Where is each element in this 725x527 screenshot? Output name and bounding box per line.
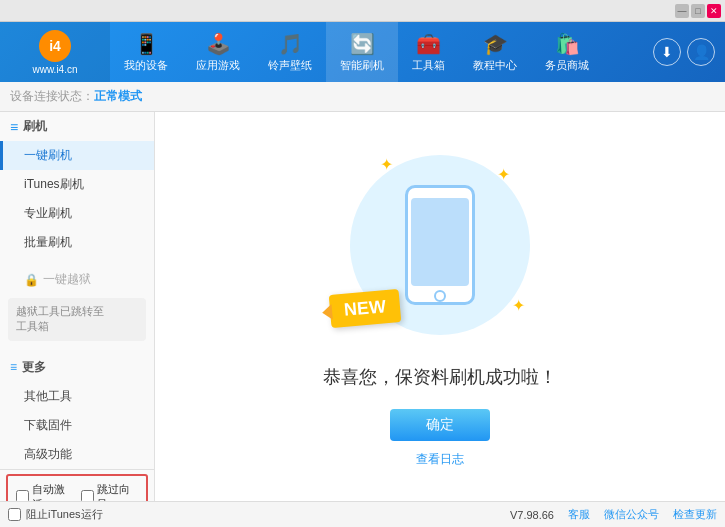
- version-text: V7.98.66: [510, 509, 554, 521]
- smart-flash-icon: 🔄: [350, 32, 375, 56]
- sidebar-jailbreak-note: 越狱工具已跳转至 工具箱: [8, 298, 146, 341]
- nav-merchant-label: 务员商城: [545, 58, 589, 73]
- nav-items: 📱 我的设备 🕹️ 应用游戏 🎵 铃声壁纸 🔄 智能刷机 🧰 工具箱 🎓 教程中…: [110, 22, 653, 82]
- titlebar: — □ ✕: [0, 0, 725, 22]
- sidebar-flash-header: ≡ 刷机: [0, 112, 154, 141]
- main-layout: ≡ 刷机 一键刷机 iTunes刷机 专业刷机 批量刷机 🔒 一键越狱 越狱工具…: [0, 112, 725, 501]
- skip-guide-checkbox-label[interactable]: 跳过向导: [81, 482, 138, 501]
- header: i4 www.i4.cn 📱 我的设备 🕹️ 应用游戏 🎵 铃声壁纸 🔄 智能刷…: [0, 22, 725, 82]
- download-button[interactable]: ⬇: [653, 38, 681, 66]
- sidebar-item-batch-flash[interactable]: 批量刷机: [0, 228, 154, 257]
- sidebar-bottom: 自动激活 跳过向导 📱 iPhone 15 Pro Max 512GB iPho…: [0, 469, 154, 501]
- nav-smart-flash-label: 智能刷机: [340, 58, 384, 73]
- auto-activate-checkbox[interactable]: [16, 490, 29, 501]
- block-itunes-label: 阻止iTunes运行: [26, 507, 103, 522]
- sparkle-3: ✦: [512, 296, 525, 315]
- flash-section-icon: ≡: [10, 119, 18, 135]
- tutorials-icon: 🎓: [483, 32, 508, 56]
- sidebar-flash-label: 刷机: [23, 118, 47, 135]
- view-log-link[interactable]: 查看日志: [416, 451, 464, 468]
- ringtones-icon: 🎵: [278, 32, 303, 56]
- sidebar-checkbox-row: 自动激活 跳过向导: [6, 474, 148, 501]
- nav-toolbox[interactable]: 🧰 工具箱: [398, 22, 459, 82]
- more-section-icon: ≡: [10, 360, 17, 374]
- close-button[interactable]: ✕: [707, 4, 721, 18]
- nav-ringtones[interactable]: 🎵 铃声壁纸: [254, 22, 326, 82]
- phone-illustration: NEW ✦ ✦ ✦: [340, 145, 540, 345]
- nav-tutorials-label: 教程中心: [473, 58, 517, 73]
- logo-subtitle: www.i4.cn: [32, 64, 77, 75]
- nav-tutorials[interactable]: 🎓 教程中心: [459, 22, 531, 82]
- itunes-bar: 阻止iTunes运行 V7.98.66 客服 微信公众号 检查更新: [0, 501, 725, 527]
- sparkle-2: ✦: [380, 155, 393, 174]
- block-itunes-checkbox[interactable]: [8, 508, 21, 521]
- logo-icon: i4: [39, 30, 71, 62]
- auto-activate-checkbox-label[interactable]: 自动激活: [16, 482, 73, 501]
- sidebar-more-header: ≡ 更多: [0, 353, 154, 382]
- maximize-button[interactable]: □: [691, 4, 705, 18]
- nav-smart-flash[interactable]: 🔄 智能刷机: [326, 22, 398, 82]
- nav-apps-games-label: 应用游戏: [196, 58, 240, 73]
- logo: i4 www.i4.cn: [0, 22, 110, 82]
- status-value: 正常模式: [94, 88, 142, 105]
- nav-toolbox-label: 工具箱: [412, 58, 445, 73]
- nav-merchant[interactable]: 🛍️ 务员商城: [531, 22, 603, 82]
- status-bar: 设备连接状态： 正常模式: [0, 82, 725, 112]
- nav-ringtones-label: 铃声壁纸: [268, 58, 312, 73]
- sidebar-more-label: 更多: [22, 359, 46, 376]
- minimize-button[interactable]: —: [675, 4, 689, 18]
- my-device-icon: 📱: [134, 32, 159, 56]
- skip-guide-checkbox[interactable]: [81, 490, 94, 501]
- sidebar-item-jailbreak: 🔒 一键越狱: [0, 265, 154, 294]
- nav-my-device[interactable]: 📱 我的设备: [110, 22, 182, 82]
- wechat-link[interactable]: 微信公众号: [604, 507, 659, 522]
- nav-apps-games[interactable]: 🕹️ 应用游戏: [182, 22, 254, 82]
- sidebar-item-other-tools[interactable]: 其他工具: [0, 382, 154, 411]
- phone-home-button: [434, 290, 446, 302]
- sparkle-1: ✦: [497, 165, 510, 184]
- sidebar-item-itunes-flash[interactable]: iTunes刷机: [0, 170, 154, 199]
- sidebar-item-advanced[interactable]: 高级功能: [0, 440, 154, 469]
- sidebar-item-download-firmware[interactable]: 下载固件: [0, 411, 154, 440]
- phone-screen: [411, 198, 469, 286]
- nav-my-device-label: 我的设备: [124, 58, 168, 73]
- apps-games-icon: 🕹️: [206, 32, 231, 56]
- success-text: 恭喜您，保资料刷机成功啦！: [323, 365, 557, 389]
- merchant-icon: 🛍️: [555, 32, 580, 56]
- user-button[interactable]: 👤: [687, 38, 715, 66]
- status-label: 设备连接状态：: [10, 88, 94, 105]
- nav-right: ⬇ 👤: [653, 38, 725, 66]
- toolbox-icon: 🧰: [416, 32, 441, 56]
- check-update-link[interactable]: 检查更新: [673, 507, 717, 522]
- sidebar-item-pro-flash[interactable]: 专业刷机: [0, 199, 154, 228]
- phone-body: [405, 185, 475, 305]
- content-area: NEW ✦ ✦ ✦ 恭喜您，保资料刷机成功啦！ 确定 查看日志: [155, 112, 725, 501]
- new-badge: NEW: [329, 289, 402, 328]
- sidebar-item-one-key-flash[interactable]: 一键刷机: [0, 141, 154, 170]
- customer-service-link[interactable]: 客服: [568, 507, 590, 522]
- confirm-button[interactable]: 确定: [390, 409, 490, 441]
- sidebar: ≡ 刷机 一键刷机 iTunes刷机 专业刷机 批量刷机 🔒 一键越狱 越狱工具…: [0, 112, 155, 501]
